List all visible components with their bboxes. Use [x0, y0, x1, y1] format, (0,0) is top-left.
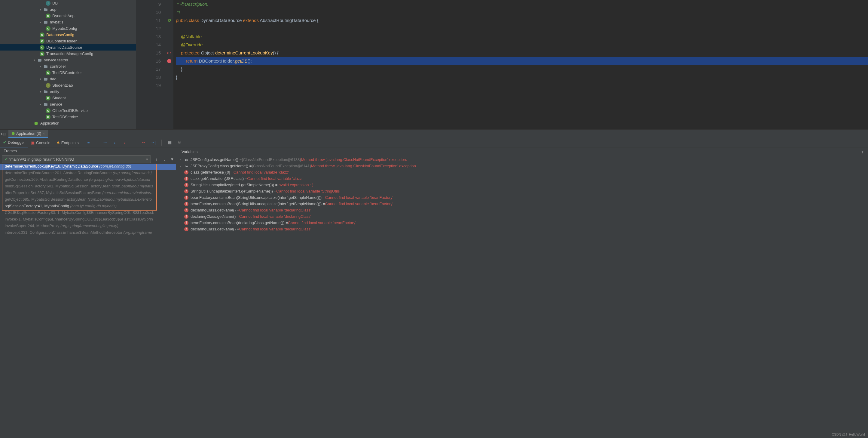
tree-item-mybatisconfig[interactable]: CMybatisConfig [0, 25, 136, 32]
variable-row[interactable]: !declaringClass.getName() = Cannot find … [176, 213, 868, 220]
variable-row[interactable]: !declaringClass.getName() = Cannot find … [176, 207, 868, 213]
filter-icon[interactable]: ▼ [170, 157, 174, 162]
stack-frame[interactable]: getObject:685, MybatisSqlSessionFactoryB… [0, 197, 176, 203]
variables-pane: Variables ＋ ▸∞JSFConfig.class.getName() … [176, 147, 868, 438]
stack-frame[interactable]: intercept:331, ConfigurationClassEnhance… [0, 230, 176, 236]
debug-toolbar: ✔Debugger ▣Console ✱Endpoints ≡ ⤻ ↓ ↓ ↑ … [0, 138, 868, 147]
tab-console[interactable]: ▣Console [28, 138, 54, 147]
variable-list[interactable]: ▸∞JSFConfig.class.getName() = {ClassNotF… [176, 156, 868, 232]
frame-down-icon[interactable]: ↓ [162, 157, 168, 162]
error-icon: ! [184, 196, 188, 200]
stack-frame[interactable]: getConnection:169, AbstractRoutingDataSo… [0, 177, 176, 183]
trace-icon[interactable]: ≋ [177, 140, 182, 145]
step-over-icon[interactable]: ⤻ [102, 140, 108, 145]
tree-item-mybatis[interactable]: ▾mybatis [0, 19, 136, 25]
variable-row[interactable]: !declaringClass.getName() = Cannot find … [176, 226, 868, 232]
stack-frame[interactable]: invoke:-1, MybatisConfig$$EnhancerBySpri… [0, 216, 176, 223]
error-icon: ! [184, 183, 188, 187]
variable-row[interactable]: !beanFactory.containsBean(declaringClass… [176, 220, 868, 226]
stack-frame[interactable]: afterPropertiesSet:387, MybatisSqlSessio… [0, 190, 176, 197]
frame-list[interactable]: determineCurrentLookupKey:16, DynamicDat… [0, 164, 176, 438]
threads-icon[interactable]: ≡ [86, 140, 91, 145]
tree-item-databaseconfig[interactable]: CDatabaseConfig [0, 32, 136, 38]
frames-header: Frames [0, 147, 176, 155]
tree-item-service[interactable]: ▾service [0, 101, 136, 108]
tree-item-dao[interactable]: ▾dao [0, 76, 136, 82]
tree-item-servicetestdb[interactable]: ▾service.testdb [0, 57, 136, 63]
watch-icon: ∞ [185, 157, 188, 162]
thread-selector[interactable]: ✔ "main"@1 in group "main": RUNNING ▾ [2, 155, 151, 163]
tree-item-othertestdbservice[interactable]: COtherTestDBService [0, 108, 136, 114]
variable-row[interactable]: !beanFactory.containsBean(StringUtils.un… [176, 194, 868, 201]
error-icon: ! [184, 189, 188, 194]
bean-icon[interactable]: ❂ [168, 18, 171, 23]
stack-frame[interactable]: invokeSuper:244, MethodProxy (org.spring… [0, 223, 176, 230]
watch-icon: ∞ [185, 164, 188, 169]
force-step-into-icon[interactable]: ↓ [122, 140, 127, 145]
tree-item-dbcontextholder[interactable]: CDBContextHolder [0, 38, 136, 44]
stack-frame[interactable]: determineTargetDataSource:201, AbstractR… [0, 170, 176, 177]
variable-row[interactable]: !beanFactory.containsBean(StringUtils.un… [176, 201, 868, 207]
override-icon[interactable]: o↑ [167, 51, 171, 55]
variable-row[interactable]: !clazz.getAnnotation(JSF.class) = Cannot… [176, 175, 868, 182]
tree-item-application[interactable]: ⬢Application [0, 120, 136, 126]
evaluate-icon[interactable]: ▦ [167, 140, 173, 145]
chevron-down-icon: ▾ [146, 157, 148, 162]
error-icon: ! [184, 208, 188, 212]
tree-item-dynamicdatasource[interactable]: CDynamicDataSource [0, 44, 136, 51]
stack-frame[interactable]: sqlSessionFactory:41, MybatisConfig (com… [0, 203, 176, 210]
frame-up-icon[interactable]: ↑ [153, 157, 159, 162]
tree-item-entity[interactable]: ▾entity [0, 88, 136, 95]
step-into-icon[interactable]: ↓ [112, 140, 118, 145]
error-icon: ! [184, 221, 188, 225]
stack-frame[interactable]: buildSqlSessionFactory:601, MybatisSqlSe… [0, 183, 176, 190]
checkmark-icon: ✔ [3, 140, 6, 145]
add-watch-icon[interactable]: ＋ [860, 149, 866, 155]
error-icon: ! [184, 227, 188, 231]
frames-pane: Frames ✔ "main"@1 in group "main": RUNNI… [0, 147, 176, 438]
error-icon: ! [184, 202, 188, 206]
run-to-cursor-icon[interactable]: →| [151, 140, 156, 145]
run-tab-bar: ug: ⬢ Application (3) × [0, 129, 868, 138]
step-out-icon[interactable]: ↑ [131, 140, 137, 145]
stack-frame[interactable]: determineCurrentLookupKey:16, DynamicDat… [0, 164, 176, 170]
tab-debugger[interactable]: ✔Debugger [0, 138, 28, 147]
tree-item-controller[interactable]: ▾controller [0, 63, 136, 69]
tree-item-transactionmanagerconfig[interactable]: CTransactionManagerConfig [0, 51, 136, 57]
variable-row[interactable]: !StringUtils.uncapitalize(interf.getSimp… [176, 182, 868, 188]
breakpoint-icon[interactable] [167, 59, 171, 63]
variable-row[interactable]: ▸∞JSFConfig.class.getName() = {ClassNotF… [176, 156, 868, 163]
error-icon: ! [184, 170, 188, 174]
checkmark-icon: ✔ [4, 157, 8, 162]
tree-item-db[interactable]: IDB [0, 0, 136, 6]
console-icon: ▣ [31, 141, 35, 145]
variable-row[interactable]: ▸∞JSFProxyConfig.class.getName() = {Clas… [176, 163, 868, 169]
project-tree[interactable]: IDB ▾aop CDynamicAop ▾mybatis CMybatisCo… [0, 0, 136, 129]
gutter-icons: ❂ o↑ [165, 0, 174, 129]
gutter-line-numbers: 910111213141516171819 [136, 0, 165, 129]
variable-row[interactable]: !clazz.getInterfaces()[0] = Cannot find … [176, 169, 868, 175]
stack-frame[interactable]: CGLIB$sqlSessionFactory$0:-1, MybatisCon… [0, 210, 176, 216]
error-icon: ! [184, 177, 188, 181]
tree-item-testdbcontroller[interactable]: CTestDBController [0, 69, 136, 76]
endpoints-icon: ✱ [57, 141, 60, 145]
spring-icon: ⬢ [11, 131, 15, 136]
close-icon[interactable]: × [43, 131, 45, 136]
variable-row[interactable]: !StringUtils.uncapitalize(interf.getSimp… [176, 188, 868, 194]
variables-header: Variables [178, 148, 858, 155]
tree-item-student[interactable]: CStudent [0, 95, 136, 101]
tree-item-studentdao[interactable]: IStudentDao [0, 82, 136, 88]
tree-item-dynamicaop[interactable]: CDynamicAop [0, 12, 136, 19]
code-area[interactable]: * @Description: */ public class DynamicD… [174, 0, 868, 129]
editor[interactable]: 910111213141516171819 ❂ o↑ * @Descriptio… [136, 0, 868, 129]
run-tab-application[interactable]: ⬢ Application (3) × [8, 130, 48, 138]
debug-label: ug: [1, 132, 8, 136]
watermark: CSDN @J_HelloWorld [832, 433, 865, 436]
error-icon: ! [184, 214, 188, 219]
drop-frame-icon[interactable]: ⤺ [141, 140, 146, 145]
tree-item-testdbservice[interactable]: CTestDBService [0, 114, 136, 120]
tab-endpoints[interactable]: ✱Endpoints [54, 138, 82, 147]
tree-item-aop[interactable]: ▾aop [0, 6, 136, 12]
